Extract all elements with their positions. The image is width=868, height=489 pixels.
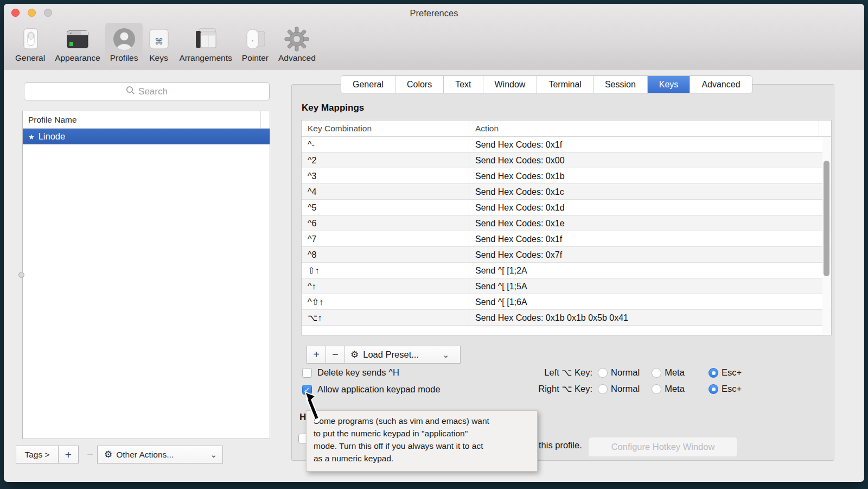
tooltip-line: as a numeric keypad. [314, 452, 537, 465]
toolbar-label: Arrangements [179, 53, 232, 63]
tab-terminal[interactable]: Terminal [537, 76, 593, 93]
toolbar-label: Appearance [55, 53, 100, 63]
right-option-key-row: Right ⌥ Key: Normal Meta Esc+ [508, 384, 742, 394]
remove-mapping-button[interactable]: − [326, 346, 345, 363]
action-cell: Send ^[ [1;6A [469, 294, 831, 309]
action-cell: Send Hex Codes: 0x1e [469, 215, 831, 231]
delete-key-checkbox[interactable] [302, 368, 312, 378]
search-icon [126, 86, 135, 97]
key-combination-cell: ^6 [302, 215, 469, 231]
tab-window[interactable]: Window [483, 76, 538, 93]
left-option-key-label: Left ⌥ Key: [508, 367, 592, 378]
table-row[interactable]: ^2Send Hex Codes: 0x00 [302, 153, 831, 168]
table-row[interactable]: ^-Send Hex Codes: 0x1f [302, 137, 831, 153]
key-mappings-table-header: Key Combination Action [302, 120, 831, 137]
title-bar: Preferences General × Appearance Profile… [4, 4, 864, 69]
profile-tabs: General Colors Text Window Terminal Sess… [341, 75, 752, 93]
toolbar-item-general[interactable]: General [10, 23, 50, 65]
key-combination-cell: ^2 [302, 153, 469, 168]
key-combination-cell: ^8 [302, 247, 469, 262]
action-cell: Send Hex Codes: 0x1b [469, 168, 831, 183]
radio-label: Normal [611, 384, 640, 394]
svg-text:⌘: ⌘ [155, 36, 163, 47]
table-row[interactable]: ^⇧↑Send ^[ [1;6A [302, 294, 831, 310]
table-row[interactable]: ^8Send Hex Codes: 0x7f [302, 247, 831, 263]
load-preset-dropdown[interactable]: ⚙ Load Preset... ⌄ [345, 346, 460, 363]
toolbar-item-profiles[interactable]: Profiles [105, 23, 143, 65]
window-title: Preferences [4, 8, 864, 18]
column-header-key-combination[interactable]: Key Combination [302, 120, 469, 136]
radio-label: Esc+ [722, 384, 742, 394]
tooltip-line: mode. Turn this off if you always want i… [314, 440, 537, 452]
table-row[interactable]: ⌥↑Send Hex Codes: 0x1b 0x1b 0x5b 0x41 [302, 310, 831, 326]
toolbar-label: Profiles [110, 53, 138, 63]
table-row[interactable]: ⇧↑Send ^[ [1;2A [302, 263, 831, 278]
appearance-icon: × [65, 26, 91, 53]
arrangements-icon [192, 26, 219, 53]
tab-general[interactable]: General [341, 76, 395, 93]
svg-text:×: × [69, 31, 72, 36]
tab-colors[interactable]: Colors [395, 76, 444, 93]
right-option-meta-radio[interactable] [652, 384, 661, 394]
left-option-meta-radio[interactable] [652, 368, 661, 378]
tab-session[interactable]: Session [593, 76, 648, 93]
other-actions-label: Other Actions... [116, 450, 174, 460]
scrollbar-thumb[interactable] [824, 161, 829, 276]
chevron-down-icon: ⌄ [442, 353, 449, 357]
left-option-normal-radio[interactable] [598, 368, 608, 378]
column-header-action[interactable]: Action [469, 120, 819, 136]
radio-label: Meta [665, 384, 685, 394]
remove-profile-button[interactable]: − [83, 446, 97, 463]
right-option-key-label: Right ⌥ Key: [508, 384, 592, 394]
action-cell: Send ^[ [1;2A [469, 263, 831, 278]
gear-icon: ⚙ [350, 349, 359, 360]
toolbar-item-appearance[interactable]: × Appearance [50, 23, 105, 65]
toolbar-label: Keys [149, 53, 168, 63]
keypad-label: Allow application keypad mode [317, 384, 441, 395]
key-mappings-heading: Key Mappings [302, 103, 364, 113]
radio-label: Meta [665, 367, 685, 378]
search-input[interactable]: Search [24, 82, 270, 100]
gear-icon: ⚙ [104, 449, 112, 460]
right-option-esc-radio[interactable] [709, 384, 718, 394]
key-mappings-rows: ^-Send Hex Codes: 0x1f^2Send Hex Codes: … [302, 137, 831, 326]
toolbar-item-advanced[interactable]: Advanced [273, 23, 321, 65]
table-row[interactable]: ^↑Send ^[ [1;5A [302, 278, 831, 294]
configure-hotkey-window-button[interactable]: Configure Hotkey Window [588, 437, 738, 457]
table-row[interactable]: ^5Send Hex Codes: 0x1d [302, 200, 831, 215]
star-icon: ★ [28, 133, 35, 141]
right-option-normal-radio[interactable] [598, 384, 608, 394]
profile-name: Linode [39, 131, 66, 141]
toolbar-label: Pointer [242, 53, 269, 63]
toolbar-item-keys[interactable]: ⌘ Keys [143, 23, 174, 65]
profile-row-linode[interactable]: ★Linode [23, 129, 270, 144]
table-scrollbar[interactable] [822, 137, 831, 334]
profile-list: Profile Name ★Linode [22, 111, 270, 439]
action-cell: Send Hex Codes: 0x1d [469, 200, 831, 215]
tags-button[interactable]: Tags > [16, 446, 59, 463]
table-row[interactable]: ^7Send Hex Codes: 0x1f [302, 231, 831, 247]
arrow-cursor-icon [303, 391, 326, 425]
toolbar-item-arrangements[interactable]: Arrangements [174, 23, 237, 65]
action-cell: Send Hex Codes: 0x1c [469, 184, 831, 199]
left-option-esc-radio[interactable] [709, 368, 718, 378]
add-mapping-button[interactable]: + [307, 346, 326, 363]
toolbar-item-pointer[interactable]: Pointer [237, 23, 273, 65]
pointer-icon [242, 26, 267, 53]
delete-key-label: Delete key sends ^H [317, 367, 399, 378]
load-preset-label: Load Preset... [363, 350, 419, 360]
tab-keys[interactable]: Keys [648, 76, 691, 93]
table-row[interactable]: ^3Send Hex Codes: 0x1b [302, 168, 831, 184]
chevron-down-icon: ⌄ [210, 453, 217, 457]
delete-key-checkbox-row: Delete key sends ^H [302, 367, 399, 378]
table-row[interactable]: ^6Send Hex Codes: 0x1e [302, 215, 831, 231]
other-actions-dropdown[interactable]: ⚙ Other Actions... ⌄ [97, 446, 223, 463]
add-profile-button[interactable]: + [58, 446, 79, 463]
table-row[interactable]: ^4Send Hex Codes: 0x1c [302, 184, 831, 200]
tab-text[interactable]: Text [444, 76, 483, 93]
column-header-stub [819, 120, 831, 136]
key-combination-cell: ⇧↑ [302, 263, 469, 278]
tab-advanced[interactable]: Advanced [690, 76, 751, 93]
radio-label: Normal [611, 367, 640, 378]
left-option-key-row: Left ⌥ Key: Normal Meta Esc+ [508, 367, 742, 378]
